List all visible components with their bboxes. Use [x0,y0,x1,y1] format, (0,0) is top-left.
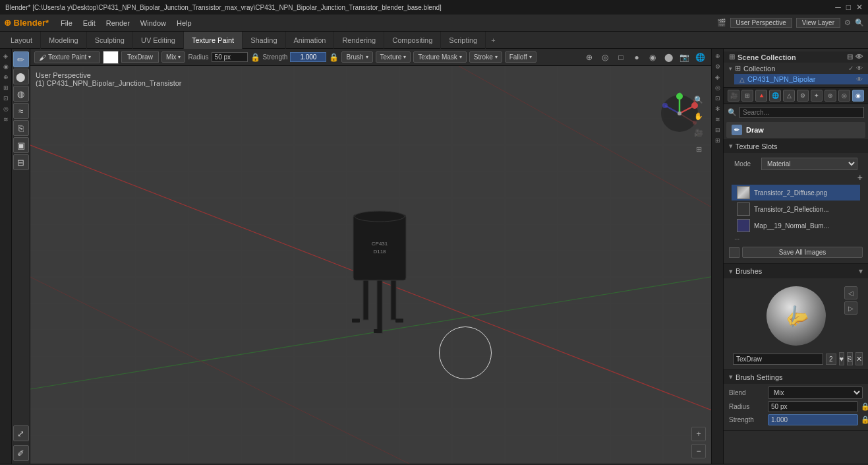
strength-lock-icon[interactable]: 🔒 [329,53,339,62]
ri-icon-5[interactable]: ⊡ [713,94,722,103]
settings-icon[interactable]: ⚙ [844,18,851,27]
mode-select[interactable]: Material Image [761,158,857,170]
ri-icon-6[interactable]: ✻ [713,104,722,113]
vp-strip-icon-2[interactable]: ✋ [691,109,706,123]
zoom-out-btn[interactable]: − [691,444,706,458]
radius-input[interactable] [212,52,248,62]
prop-icon-obj[interactable]: △ [783,90,795,102]
prop-icon-particles[interactable]: ✦ [811,90,823,102]
scene-selector[interactable]: 🎬 User Perspective View Layer ⚙ 🔍 [717,18,864,28]
brush-settings-header[interactable]: ▾ Brush Settings [724,370,868,384]
outliner-eye-icon[interactable]: 👁 [855,53,863,61]
tab-layout[interactable]: Layout [3,32,41,49]
ri-icon-9[interactable]: ⊞ [713,136,722,145]
brush-prev-btn[interactable]: ◁ [844,286,857,299]
zoom-in-btn[interactable]: + [691,427,706,441]
blend-select[interactable]: Mix Add Subtract [768,387,863,399]
tool-transform[interactable]: ⤢ [13,425,29,441]
brushes-header[interactable]: ▾ Brushes ▾ [724,264,868,278]
radius-lock-icon[interactable]: 🔒 [250,53,260,62]
outliner-object[interactable]: △ CP431_NPN_Bipolar 👁 [734,74,868,84]
brush-name-display[interactable]: TexDraw [121,51,159,63]
ri-icon-2[interactable]: ⚙ [713,62,722,71]
prop-icon-mod[interactable]: ⚙ [797,90,809,102]
draw-item[interactable]: ✏ Draw [726,122,865,138]
prop-icon-render[interactable]: 🎥 [728,90,739,102]
left-strip-icon-6[interactable]: ◎ [1,104,11,113]
brush-copy-btn[interactable]: ⎘ [847,352,853,365]
left-strip-icon-5[interactable]: ⊡ [1,94,11,103]
mode-selector[interactable]: 🖌 Texture Paint [34,51,100,63]
tab-sculpting[interactable]: Sculpting [87,32,133,49]
menu-edit[interactable]: Edit [78,18,101,28]
tool-texdraw[interactable]: ✏ [13,51,29,67]
prop-icon-world[interactable]: 🌐 [769,90,781,102]
vp-strip-icon-3[interactable]: 🎥 [691,125,706,140]
brush-name-input[interactable] [733,354,823,365]
scene-name[interactable]: User Perspective [730,18,792,28]
vp-icon-shading-solid[interactable]: ● [629,50,644,65]
save-images-checkbox[interactable] [729,247,739,258]
left-strip-icon-7[interactable]: ≋ [1,115,11,124]
close-btn[interactable]: ✕ [856,3,863,12]
minimize-btn[interactable]: ─ [835,3,841,12]
left-strip-icon-2[interactable]: ◉ [1,62,11,71]
vp-icon-shading-render[interactable]: ⬤ [661,50,676,65]
menu-window[interactable]: Window [135,18,171,28]
add-workspace-btn[interactable]: + [486,35,500,46]
prop-icon-scene[interactable]: 🔺 [755,90,767,102]
maximize-btn[interactable]: □ [846,3,851,12]
vp-icon-gizmo[interactable]: ⊕ [582,50,596,65]
outliner-filter-icon[interactable]: ⊟ [847,53,853,61]
brush-delete-btn[interactable]: ✕ [855,352,863,365]
outliner-actions[interactable]: ⊟ 👁 [847,53,863,61]
blend-dropdown[interactable]: Mix [161,51,186,63]
tool-smear[interactable]: ≈ [13,103,29,119]
tool-mask[interactable]: ⊟ [13,154,29,170]
collection-eye[interactable]: 👁 [856,65,863,72]
view-layer-name[interactable]: View Layer [796,18,840,28]
tab-rendering[interactable]: Rendering [334,32,384,49]
search-input[interactable] [739,107,864,118]
window-controls[interactable]: ─ □ ✕ [835,3,863,12]
ri-icon-1[interactable]: ⊕ [713,51,722,61]
tab-modeling[interactable]: Modeling [41,32,87,49]
filter-icon[interactable]: 🔍 [855,18,864,27]
radius-prop-lock[interactable]: 🔒 [861,402,868,411]
radius-prop-input[interactable] [768,401,858,412]
falloff-dropdown[interactable]: Falloff [505,51,536,63]
brush-next-btn[interactable]: ▷ [844,301,857,315]
texture-mask-dropdown[interactable]: Texture Mask [413,51,466,63]
left-strip-icon-4[interactable]: ⊞ [1,83,11,92]
tool-annotate[interactable]: ✐ [13,445,29,461]
brush-favorite-btn[interactable]: ♥ [839,352,845,365]
menu-file[interactable]: File [55,18,78,28]
strength-prop-lock[interactable]: 🔒 [861,416,868,424]
tool-soften[interactable]: ◍ [13,86,29,102]
brushes-expand-btn[interactable]: ▾ [859,266,863,276]
ri-icon-7[interactable]: ≋ [713,115,722,124]
vp-strip-icon-1[interactable]: 🔍 [691,92,706,107]
brush-dropdown[interactable]: Brush [341,51,372,63]
tab-texture-paint[interactable]: Texture Paint [184,32,243,49]
vp-icon-shading-wire[interactable]: □ [614,50,628,65]
object-eye[interactable]: 👁 [856,76,863,83]
vp-icon-camera[interactable]: 📷 [677,50,691,65]
save-all-images-btn[interactable]: Save All Images [742,247,863,258]
texture-slot-3[interactable]: Map__19_Normal_Bum... [732,218,860,233]
ri-icon-8[interactable]: ⊟ [713,125,722,135]
tab-compositing[interactable]: Compositing [384,32,441,49]
texture-slot-1[interactable]: Transistor_2_Diffuse.png [732,185,860,201]
texture-slot-2[interactable]: Transistor_2_Reflection... [732,201,860,217]
add-slot-btn[interactable]: + [857,172,863,183]
brush-preview[interactable]: ✍ [767,286,826,346]
tool-clone[interactable]: ⎘ [13,120,29,136]
vp-icon-shading-material[interactable]: ◉ [645,50,660,65]
tab-uv-editing[interactable]: UV Editing [133,32,184,49]
viewport[interactable]: 🖌 Texture Paint TexDraw Mix Radius 🔒 Str… [30,49,711,464]
tab-scripting[interactable]: Scripting [441,32,486,49]
tab-shading[interactable]: Shading [243,32,285,49]
prop-icon-material[interactable]: ◉ [852,90,864,102]
brush-color-swatch[interactable] [103,51,119,64]
stroke-dropdown[interactable]: Stroke [469,51,502,63]
